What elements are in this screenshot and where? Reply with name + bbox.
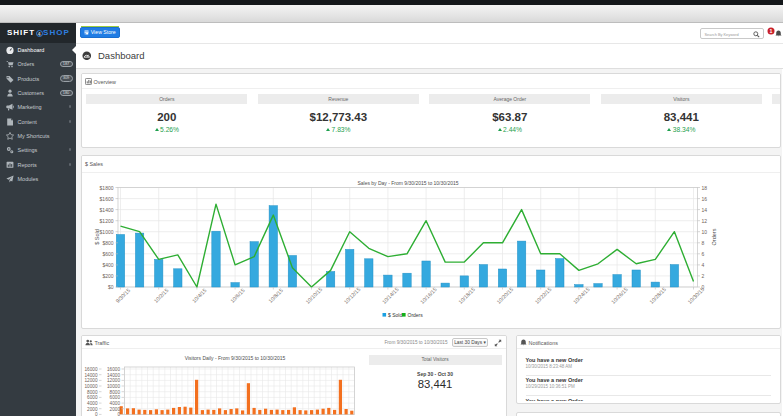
svg-text:2000: 2000 <box>110 407 121 412</box>
svg-text:$200: $200 <box>102 272 113 278</box>
svg-text:10/28/15: 10/28/15 <box>648 286 667 305</box>
svg-text:Orders: Orders <box>408 311 424 317</box>
svg-text:10000: 10000 <box>107 384 120 389</box>
svg-text:10: 10 <box>702 228 708 234</box>
svg-text:6000: 6000 <box>110 395 121 400</box>
svg-text:2: 2 <box>702 272 705 278</box>
svg-text:Visitors Daily - From 9/30/201: Visitors Daily - From 9/30/2015 to 10/30… <box>185 355 286 361</box>
svg-text:$1000: $1000 <box>100 228 114 234</box>
svg-text:14000: 14000 <box>84 373 97 378</box>
svg-text:Orders: Orders <box>711 228 717 245</box>
svg-text:6: 6 <box>702 250 705 256</box>
svg-text:10/30/15: 10/30/15 <box>686 286 705 305</box>
svg-text:12000: 12000 <box>107 378 120 383</box>
svg-text:8000: 8000 <box>110 390 121 395</box>
svg-text:18: 18 <box>702 184 708 190</box>
svg-text:$ Sold: $ Sold <box>388 311 402 317</box>
svg-text:10/16/15: 10/16/15 <box>419 286 438 305</box>
svg-text:10/14/15: 10/14/15 <box>381 286 400 305</box>
svg-text:16000: 16000 <box>84 367 97 372</box>
svg-text:4000: 4000 <box>87 401 98 406</box>
svg-text:0: 0 <box>95 412 98 416</box>
svg-text:8000: 8000 <box>87 390 98 395</box>
svg-text:$400: $400 <box>102 261 113 267</box>
svg-text:10/4/15: 10/4/15 <box>191 287 208 304</box>
svg-text:10/18/15: 10/18/15 <box>457 286 476 305</box>
svg-text:14: 14 <box>702 206 708 212</box>
svg-text:9/30/15: 9/30/15 <box>115 287 132 304</box>
svg-text:$600: $600 <box>102 250 113 256</box>
svg-text:10/6/15: 10/6/15 <box>229 287 246 304</box>
svg-text:0: 0 <box>117 412 120 416</box>
svg-text:8: 8 <box>702 239 705 245</box>
svg-text:6000: 6000 <box>87 395 98 400</box>
svg-text:10000: 10000 <box>84 384 97 389</box>
svg-text:10/8/15: 10/8/15 <box>267 287 284 304</box>
svg-text:10/24/15: 10/24/15 <box>572 286 591 305</box>
svg-text:4: 4 <box>702 261 705 267</box>
svg-text:$800: $800 <box>102 239 113 245</box>
svg-text:16000: 16000 <box>107 367 120 372</box>
svg-text:$1800: $1800 <box>100 184 114 190</box>
svg-text:10/12/15: 10/12/15 <box>343 286 362 305</box>
svg-text:4000: 4000 <box>110 401 121 406</box>
svg-text:10/2/15: 10/2/15 <box>153 287 170 304</box>
svg-text:10/10/15: 10/10/15 <box>304 286 323 305</box>
svg-text:10/22/15: 10/22/15 <box>534 286 553 305</box>
svg-text:10/20/15: 10/20/15 <box>495 286 514 305</box>
svg-text:14000: 14000 <box>107 373 120 378</box>
svg-text:10/26/15: 10/26/15 <box>610 286 629 305</box>
svg-text:$0: $0 <box>108 284 114 290</box>
svg-text:2000: 2000 <box>87 407 98 412</box>
svg-text:16: 16 <box>702 195 708 201</box>
svg-text:$1200: $1200 <box>100 217 114 223</box>
svg-text:$ Sold: $ Sold <box>94 229 100 245</box>
svg-text:1: 1 <box>770 27 773 33</box>
svg-text:Sales by Day - From 9/30/2015: Sales by Day - From 9/30/2015 to 10/30/2… <box>357 180 458 186</box>
svg-text:$1400: $1400 <box>100 206 114 212</box>
svg-text:12000: 12000 <box>84 378 97 383</box>
svg-text:12: 12 <box>702 217 708 223</box>
svg-text:$1600: $1600 <box>100 195 114 201</box>
